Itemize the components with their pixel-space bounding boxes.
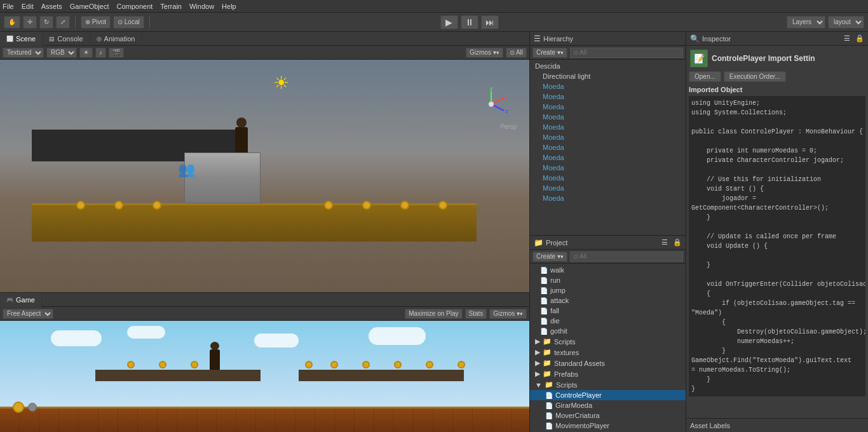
tab-console[interactable]: ▤ Console xyxy=(43,32,90,46)
project-menu-icon[interactable]: ☰ xyxy=(661,238,668,246)
hud-coins xyxy=(13,402,37,413)
scene-toolbar: Textured RGB ☀ ♪ 🎬 Gizmos ▾ ⊙ All xyxy=(0,46,529,60)
hierarchy-content[interactable]: Descida Directional light Moeda Moeda Mo… xyxy=(530,60,686,235)
hierarchy-title: Hierarchy xyxy=(543,35,573,43)
proj-folder-textures[interactable]: ▶📁textures xyxy=(530,347,686,358)
axis-gizmo: x y z xyxy=(472,85,510,123)
proj-item-movercriatura[interactable]: 📄MoverCriatura xyxy=(530,410,686,421)
proj-folder-prefabs[interactable]: ▶📁Prefabs xyxy=(530,368,686,379)
project-toolbar: Create ▾ xyxy=(530,250,686,264)
platform-right xyxy=(299,370,464,381)
hierarchy-toolbar: Create ▾ xyxy=(530,46,686,60)
proj-item-walk[interactable]: 📄walk xyxy=(530,265,686,275)
proj-item-movimentoplayer[interactable]: 📄MovimentoPlayer xyxy=(530,421,686,431)
inspector-title-bar: 📝 ControlePlayer Import Settin xyxy=(689,48,865,69)
main-layout: ⬜ Scene ▤ Console ◎ Animation Textured R… xyxy=(0,32,868,432)
local-button[interactable]: ⊙ Local xyxy=(113,16,144,29)
game-coin-9 xyxy=(458,361,465,368)
tab-animation[interactable]: ◎ Animation xyxy=(90,32,142,46)
rotate-tool[interactable]: ↻ xyxy=(39,16,53,29)
pause-button[interactable]: ⏸ xyxy=(461,15,478,29)
tab-game[interactable]: 🎮 Game xyxy=(0,293,42,307)
move-tool[interactable]: ✛ xyxy=(23,16,37,29)
menu-window[interactable]: Window xyxy=(189,3,214,10)
proj-folder-standard-sub[interactable]: ▶📁Standard Assets xyxy=(530,358,686,368)
render-mode-select[interactable]: Textured xyxy=(3,48,44,58)
project-lock-icon[interactable]: 🔒 xyxy=(673,238,682,246)
stats-btn[interactable]: Stats xyxy=(465,309,487,319)
proj-item-girarmoeda[interactable]: 📄GirarMoeda xyxy=(530,400,686,410)
game-view[interactable] xyxy=(0,321,529,432)
hier-item-moeda-5[interactable]: Moeda xyxy=(530,122,686,132)
hierarchy-panel: ☰ Hierarchy Create ▾ Descida Directional… xyxy=(530,32,686,235)
tab-scene[interactable]: ⬜ Scene xyxy=(0,32,43,46)
hier-item-descida[interactable]: Descida xyxy=(530,61,686,71)
menu-gameobject[interactable]: GameObject xyxy=(70,3,109,10)
aspect-select[interactable]: Free Aspect xyxy=(3,309,53,319)
scale-tool[interactable]: ⤢ xyxy=(56,16,70,29)
hier-item-moeda-6[interactable]: Moeda xyxy=(530,132,686,142)
project-search[interactable] xyxy=(570,252,683,262)
menu-component[interactable]: Component xyxy=(116,3,153,10)
layers-dropdown[interactable]: Layers xyxy=(787,16,825,29)
project-content[interactable]: 📄walk 📄run 📄jump 📄attack 📄fall 📄die xyxy=(530,264,686,432)
layout-dropdown[interactable]: layout xyxy=(828,16,864,29)
hier-item-moeda-4[interactable]: Moeda xyxy=(530,112,686,122)
proj-item-jump[interactable]: 📄jump xyxy=(530,285,686,295)
proj-folder-scripts-sub[interactable]: ▶📁Scripts xyxy=(530,336,686,347)
hier-item-moeda-3[interactable]: Moeda xyxy=(530,102,686,112)
execution-order-btn[interactable]: Execution Order... xyxy=(724,71,786,82)
play-button[interactable]: ▶ xyxy=(440,15,458,29)
scene-fx-btn[interactable]: 🎬 xyxy=(109,48,124,58)
menu-edit[interactable]: Edit xyxy=(22,3,34,10)
proj-item-run[interactable]: 📄run xyxy=(530,275,686,285)
pivot-button[interactable]: ⊕ Pivot xyxy=(81,16,111,29)
color-mode-select[interactable]: RGB xyxy=(46,48,77,58)
hierarchy-header: ☰ Hierarchy xyxy=(530,32,686,46)
hier-item-moeda-12[interactable]: Moeda xyxy=(530,193,686,203)
open-btn[interactable]: Open... xyxy=(689,71,721,82)
gizmos-button[interactable]: Gizmos ▾ xyxy=(466,48,503,58)
cloud-3 xyxy=(254,334,299,348)
inspector-lock-icon[interactable]: 🔒 xyxy=(855,34,864,43)
menu-assets[interactable]: Assets xyxy=(41,3,62,10)
proj-item-controleplayer[interactable]: 📄ControlePlayer xyxy=(530,390,686,400)
proj-item-fall[interactable]: 📄fall xyxy=(530,306,686,316)
scene-audio-btn[interactable]: ♪ xyxy=(95,48,106,58)
hier-item-moeda-11[interactable]: Moeda xyxy=(530,183,686,193)
project-title: Project xyxy=(546,239,567,246)
menu-terrain[interactable]: Terrain xyxy=(160,3,182,10)
inspector-menu-icon[interactable]: ☰ xyxy=(844,34,850,43)
proj-item-die[interactable]: 📄die xyxy=(530,316,686,326)
game-coin-2 xyxy=(159,361,166,368)
separator-2 xyxy=(149,16,150,29)
hier-item-directional[interactable]: Directional light xyxy=(530,71,686,81)
scene-light-btn[interactable]: ☀ xyxy=(79,48,93,58)
game-coin-1 xyxy=(127,361,135,368)
proj-item-gothit[interactable]: 📄gothit xyxy=(530,326,686,336)
project-create-btn[interactable]: Create ▾ xyxy=(532,252,567,262)
scene-all-btn[interactable]: ⊙ All xyxy=(506,48,527,58)
maximize-play-btn[interactable]: Maximize on Play xyxy=(405,309,462,319)
hier-item-moeda-9[interactable]: Moeda xyxy=(530,163,686,173)
hierarchy-search[interactable] xyxy=(570,48,683,58)
hier-item-moeda-10[interactable]: Moeda xyxy=(530,173,686,183)
inspector-header: 🔍 Inspector ☰ 🔒 xyxy=(686,32,868,46)
hierarchy-create-btn[interactable]: Create ▾ xyxy=(532,48,567,58)
code-block: using UnityEngine; using System.Collecti… xyxy=(689,96,865,396)
hier-item-moeda-8[interactable]: Moeda xyxy=(530,152,686,163)
hand-tool[interactable]: ✋ xyxy=(4,16,20,29)
menu-help[interactable]: Help xyxy=(222,3,236,10)
hier-item-moeda-1[interactable]: Moeda xyxy=(530,81,686,91)
menu-file[interactable]: File xyxy=(3,3,14,10)
scene-view[interactable]: ☀ x y z xyxy=(0,60,529,292)
step-button[interactable]: ⏭ xyxy=(481,15,499,29)
game-sky xyxy=(0,321,529,432)
hier-item-moeda-2[interactable]: Moeda xyxy=(530,91,686,102)
proj-item-attack[interactable]: 📄attack xyxy=(530,295,686,306)
proj-folder-scripts-top[interactable]: ▼📁Scripts xyxy=(530,379,686,390)
persp-label: Persp xyxy=(500,123,517,130)
hier-item-moeda-7[interactable]: Moeda xyxy=(530,142,686,152)
game-gizmos-btn[interactable]: Gizmos ▾ xyxy=(489,309,527,319)
svg-text:z: z xyxy=(505,108,508,114)
